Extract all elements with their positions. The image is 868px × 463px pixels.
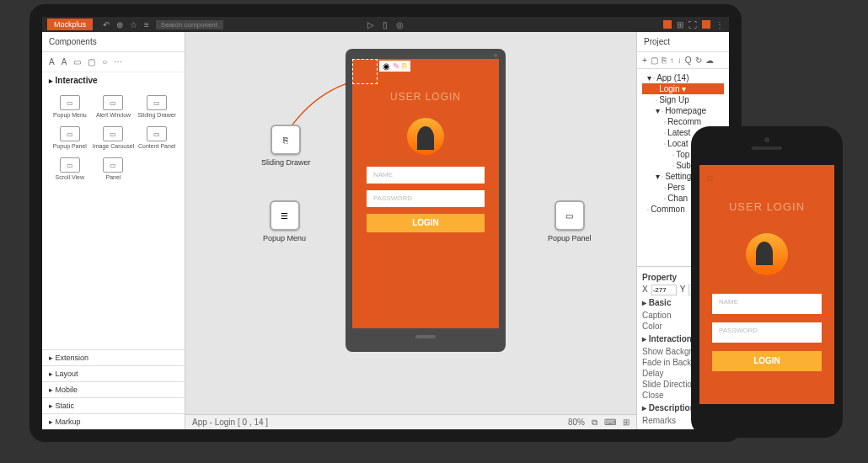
avatar (407, 118, 444, 155)
accordion-section[interactable]: ▸ Mobile (42, 381, 185, 397)
down-icon[interactable]: ↓ (678, 56, 682, 65)
copy-icon[interactable]: ⎘ (662, 56, 667, 65)
grid-toggle-icon[interactable]: ⊞ (623, 418, 630, 427)
sliding-drawer-icon: ⎘ (271, 125, 301, 155)
accordion-section[interactable]: ▸ Layout (42, 365, 185, 381)
expand-icon[interactable]: ⛶ (689, 20, 697, 29)
accordion-section[interactable]: ▸ Extension (42, 349, 185, 365)
status-page: App - Login [ 0 , 14 ] (192, 418, 268, 427)
globe-icon[interactable]: ⊕ (116, 20, 123, 29)
preview-name-field[interactable]: NAME (712, 294, 822, 314)
camera-icon (764, 137, 769, 142)
preview-avatar (746, 233, 788, 275)
app-window: Mockplus ↶ ⊕ ☆ ≡ Search component ▷ ▯ ◎ … (42, 17, 729, 429)
tool-text-icon[interactable]: A (49, 57, 55, 67)
grid-icon[interactable]: ⊞ (677, 20, 683, 29)
tree-node[interactable]: ▾ ▫ App (14) (642, 72, 724, 83)
star-icon[interactable]: ☆ (130, 20, 137, 29)
component-item[interactable]: ▭Panel (93, 154, 135, 184)
canvas-sliding-drawer[interactable]: ⎘ Sliding Drawer (261, 125, 311, 167)
tree-node[interactable]: ▫ Login ▾ (642, 83, 724, 94)
note-icon[interactable]: ⌨ (604, 418, 616, 427)
selection-toolbar[interactable]: ◉✎⎘ (379, 61, 410, 72)
canvas-popup-panel[interactable]: ▭ Popup Panel (548, 200, 592, 242)
titlebar: Mockplus ↶ ⊕ ☆ ≡ Search component ▷ ▯ ◎ … (42, 17, 729, 32)
name-field[interactable]: NAME (367, 167, 485, 184)
status-bar: App - Login [ 0 , 14 ] 80% ⧉ ⌨ ⊞ (185, 414, 636, 429)
component-item[interactable]: ▭Sliding Drawer (136, 92, 178, 121)
app-brand: Mockplus (47, 19, 93, 30)
component-item[interactable]: ▭Popup Panel (49, 123, 91, 152)
preview-screen: ≡ USER LOGIN NAME PASSWORD LOGIN (699, 165, 834, 404)
component-item[interactable]: ▭Image Carousel (93, 123, 135, 152)
components-panel-title: Components (42, 32, 185, 52)
project-panel-title: Project (637, 32, 729, 52)
popup-menu-icon: ☰ (270, 200, 300, 231)
hamburger-icon[interactable]: ≡ (706, 172, 713, 185)
components-panel: Components A A ▭ ▢ ○ ⋯ ▸ Interactive ▭Po… (42, 32, 185, 429)
undo-icon[interactable]: ↶ (103, 20, 110, 29)
login-button[interactable]: LOGIN (367, 214, 485, 232)
speaker-icon (494, 54, 497, 57)
preview-password-field[interactable]: PASSWORD (712, 322, 822, 343)
preview-device: ≡ USER LOGIN NAME PASSWORD LOGIN (691, 126, 843, 438)
monitor-frame: Mockplus ↶ ⊕ ☆ ≡ Search component ▷ ▯ ◎ … (29, 4, 742, 442)
home-button-icon (415, 335, 436, 338)
add-icon[interactable]: + (642, 56, 647, 65)
selection-box[interactable] (352, 59, 378, 84)
record-icon[interactable] (702, 20, 710, 29)
up-icon[interactable]: ↑ (670, 56, 674, 65)
zoom-value[interactable]: 80% (568, 418, 585, 427)
search-input[interactable]: Search component (156, 20, 223, 29)
device-icon[interactable]: ▯ (383, 20, 388, 29)
section-interactive: ▸ Interactive (42, 72, 185, 88)
tree-node[interactable]: ▫ Sign Up (642, 94, 724, 105)
component-item[interactable]: ▭Content Panel (136, 123, 178, 152)
popup-panel-icon: ▭ (555, 200, 585, 231)
component-item[interactable]: ▭Scroll View (49, 154, 91, 184)
preview-login-button[interactable]: LOGIN (712, 351, 822, 371)
tool-circle-icon[interactable]: ○ (102, 57, 107, 67)
canvas-popup-menu[interactable]: ☰ Popup Menu (263, 200, 306, 242)
component-item[interactable]: ▭Alert Window (93, 92, 135, 121)
folder-icon[interactable]: ▢ (651, 56, 658, 65)
canvas[interactable]: ⎘ Sliding Drawer ☰ Popup Menu ▭ Popup Pa… (185, 32, 636, 429)
play-icon[interactable]: ▷ (367, 20, 374, 29)
preview-login-title: USER LOGIN (699, 165, 834, 213)
color-swatch-icon[interactable] (663, 20, 672, 29)
more-icon[interactable]: ⋮ (715, 20, 724, 29)
password-field[interactable]: PASSWORD (367, 190, 485, 207)
accordion-section[interactable]: ▸ Static (42, 397, 185, 413)
design-screen[interactable]: ◉✎⎘ USER LOGIN NAME PASSWORD LOGIN (352, 59, 499, 328)
prop-x-input[interactable] (651, 285, 677, 295)
tool-more-icon[interactable]: ⋯ (114, 57, 122, 67)
titlebar-left-tools: ↶ ⊕ ☆ ≡ (103, 20, 149, 29)
component-item[interactable]: ▭Popup Menu (49, 92, 91, 121)
tool-text2-icon[interactable]: A (62, 57, 67, 67)
tool-rounded-icon[interactable]: ▢ (88, 57, 95, 67)
iphone-speaker-icon (752, 146, 782, 150)
device-frame: ◉✎⎘ USER LOGIN NAME PASSWORD LOGIN (346, 49, 506, 352)
tree-node[interactable]: ▾ ▫ Homepage (642, 105, 724, 116)
menu-icon[interactable]: ≡ (144, 20, 149, 29)
layers-icon[interactable]: ⧉ (592, 418, 597, 428)
search-tree-icon[interactable]: Q (685, 56, 692, 65)
tool-rect-icon[interactable]: ▭ (73, 57, 81, 67)
refresh-icon[interactable]: ↻ (695, 56, 702, 65)
cloud-icon[interactable]: ☁ (705, 56, 714, 65)
eye-icon[interactable]: ◎ (396, 20, 404, 29)
accordion-section[interactable]: ▸ Markup (42, 413, 185, 429)
